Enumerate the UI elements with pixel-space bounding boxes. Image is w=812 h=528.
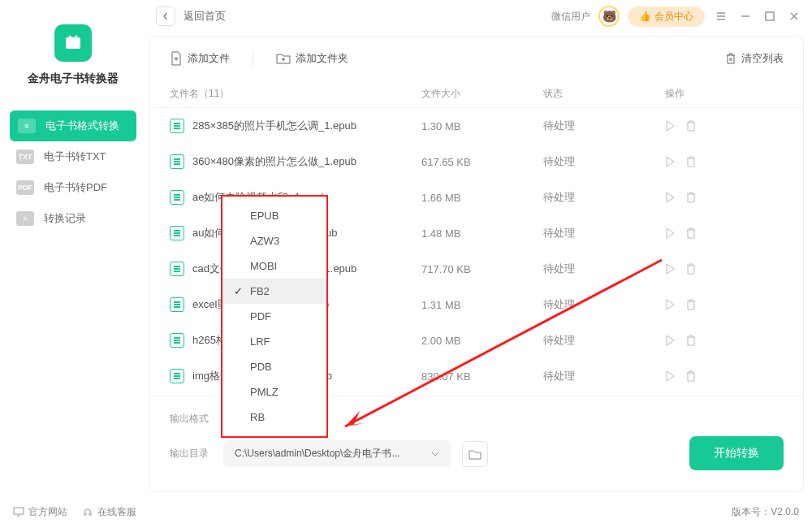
file-icon [170,369,184,383]
start-convert-button[interactable]: 开始转换 [689,436,784,470]
col-header-size: 文件大小 [421,87,543,101]
play-icon[interactable] [665,192,675,203]
sidebar-item-0[interactable]: ≡电子书格式转换 [10,110,136,141]
play-icon[interactable] [665,156,675,167]
table-header: 文件名（11） 文件大小 状态 操作 [150,80,803,108]
monitor-icon [13,507,24,517]
add-folder-icon [276,52,291,65]
svg-rect-0 [766,12,774,20]
avatar[interactable]: 🐻 [598,6,620,27]
play-icon[interactable] [665,263,675,275]
dropdown-option[interactable]: FB2 [222,279,326,304]
play-icon[interactable] [665,335,675,346]
nav-icon: PDF [16,180,34,195]
dropdown-option[interactable]: AZW3 [222,228,326,253]
separator [253,51,253,66]
back-label: 返回首页 [184,9,226,24]
delete-icon[interactable] [686,227,696,239]
dropdown-option[interactable]: RB [222,405,326,430]
add-file-icon [170,51,183,66]
table-row[interactable]: 285×385的照片手机怎么调_1.epub 1.30 MB 待处理 [150,108,803,144]
close-button[interactable] [786,8,802,24]
sidebar-item-1[interactable]: TXT电子书转TXT [0,141,146,172]
sidebar-item-2[interactable]: PDF电子书转PDF [0,172,146,203]
support-link[interactable]: 在线客服 [82,505,136,519]
menu-button[interactable] [713,8,729,24]
file-icon [170,154,184,169]
nav-icon: TXT [16,149,34,164]
topbar: 返回首页 微信用户 🐻 👍 会员中心 [146,0,812,32]
delete-icon[interactable] [686,192,696,203]
play-icon[interactable] [665,370,675,382]
nav: ≡电子书格式转换TXT电子书转TXTPDF电子书转PDF≡转换记录 [0,110,146,234]
dropdown-option[interactable]: EPUB [222,203,326,228]
col-header-status: 状态 [543,87,665,101]
add-file-button[interactable]: 添加文件 [170,51,230,66]
chevron-left-icon [162,12,170,20]
add-folder-button[interactable]: 添加文件夹 [276,51,348,66]
col-header-name: 文件名（11） [170,87,421,101]
dropdown-option[interactable]: PMLZ [222,379,326,405]
file-icon [170,226,184,240]
open-folder-button[interactable] [462,441,488,467]
play-icon[interactable] [665,299,675,310]
version-label: 版本号：V2.0.0 [732,505,799,519]
format-dropdown: EPUBAZW3MOBIFB2PDFLRFPDBPMLZRB [221,195,328,438]
dropdown-option[interactable]: PDF [222,304,326,329]
back-button[interactable] [156,6,175,26]
chevron-down-icon [431,452,439,457]
user-label: 微信用户 [551,10,590,24]
clear-list-button[interactable]: 清空列表 [725,51,784,66]
file-icon [170,262,184,276]
maximize-button[interactable] [762,8,778,24]
delete-icon[interactable] [686,156,696,167]
dropdown-option[interactable]: PDB [222,354,326,379]
output-dir-select[interactable]: C:\Users\admin\Desktop\金舟电子书... [223,440,451,467]
app-logo [54,24,92,62]
topbar-right: 微信用户 🐻 👍 会员中心 [551,6,802,27]
dropdown-option[interactable]: LRF [222,329,326,354]
delete-icon[interactable] [686,120,696,132]
output-dir-label: 输出目录 [170,447,212,461]
nav-icon: ≡ [16,211,34,226]
member-button[interactable]: 👍 会员中心 [628,6,705,27]
app-name: 金舟电子书转换器 [0,71,146,86]
delete-icon[interactable] [686,370,696,382]
delete-icon[interactable] [686,263,696,275]
col-header-action: 操作 [665,87,746,101]
play-icon[interactable] [665,120,675,132]
file-icon [170,297,184,312]
file-icon [170,119,184,133]
website-link[interactable]: 官方网站 [13,505,67,519]
footer: 官方网站 在线客服 版本号：V2.0.0 [0,496,812,528]
sidebar-item-3[interactable]: ≡转换记录 [0,203,146,234]
delete-icon[interactable] [686,299,696,310]
dropdown-option[interactable]: MOBI [222,253,326,279]
play-icon[interactable] [665,227,675,239]
folder-icon [469,448,482,460]
toolbar: 添加文件 添加文件夹 清空列表 [150,37,803,80]
delete-icon[interactable] [686,335,696,346]
nav-icon: ≡ [18,119,36,133]
minimize-button[interactable] [737,8,754,24]
thumbs-up-icon: 👍 [639,11,651,22]
output-format-label: 输出格式 [170,412,212,426]
headset-icon [82,506,93,517]
sidebar: 金舟电子书转换器 ≡电子书格式转换TXT电子书转TXTPDF电子书转PDF≡转换… [0,0,146,496]
svg-rect-4 [14,508,24,514]
file-icon [170,333,184,348]
file-icon [170,190,184,205]
table-row[interactable]: 360×480像素的照片怎么做_1.epub 617.65 KB 待处理 [150,144,803,180]
trash-icon [725,52,736,65]
